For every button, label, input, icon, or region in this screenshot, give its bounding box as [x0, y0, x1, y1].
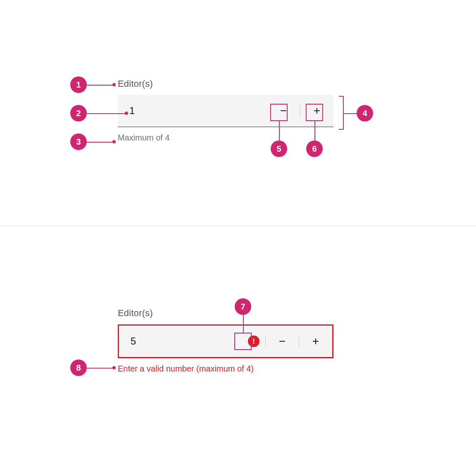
section-divider: [0, 226, 476, 226]
annotation-connector: [344, 113, 357, 114]
annotation-badge-2: 2: [70, 105, 87, 121]
annotation-bracket-cap: [339, 96, 344, 97]
annotation-endpoint: [112, 366, 116, 369]
annotation-connector: [87, 85, 112, 86]
diagram-canvas: Editor(s) 1 − + Maximum of 4 1 2 3 4 5 6…: [0, 0, 476, 476]
annotation-badge-1: 1: [70, 76, 87, 93]
number-input-value[interactable]: 1: [118, 105, 267, 117]
number-input-field[interactable]: 1 − +: [118, 95, 333, 127]
decrement-button[interactable]: −: [266, 326, 299, 357]
annotation-endpoint: [112, 140, 116, 143]
annotation-connector: [279, 121, 280, 140]
annotation-badge-3: 3: [70, 133, 87, 150]
annotation-badge-5: 5: [271, 140, 287, 157]
annotation-bracket-cap: [339, 129, 344, 130]
number-input-field-invalid[interactable]: 5 ! − +: [118, 324, 333, 358]
annotation-connector: [243, 315, 244, 333]
number-input-controls: − +: [265, 326, 332, 357]
number-input-invalid: Editor(s) 5 ! − + Enter a valid number (…: [118, 308, 333, 374]
annotation-ring-6: [306, 104, 323, 121]
annotation-endpoint: [125, 112, 128, 115]
number-input-label: Editor(s): [118, 308, 333, 319]
annotation-endpoint: [112, 83, 116, 86]
number-input-value[interactable]: 5: [119, 336, 242, 347]
annotation-ring-7: [234, 333, 252, 350]
number-input-default: Editor(s) 1 − + Maximum of 4: [118, 79, 333, 143]
annotation-badge-4: 4: [357, 105, 373, 121]
increment-button[interactable]: +: [299, 326, 332, 357]
annotation-badge-7: 7: [235, 298, 251, 315]
annotation-ring-5: [270, 104, 288, 121]
annotation-badge-6: 6: [306, 140, 323, 157]
number-input-error-message: Enter a valid number (maximum of 4): [118, 364, 333, 374]
number-input-helper: Maximum of 4: [118, 133, 333, 143]
annotation-connector: [87, 368, 112, 369]
annotation-connector: [87, 142, 112, 143]
annotation-connector: [314, 121, 315, 140]
annotation-bracket: [343, 96, 344, 130]
annotation-connector: [87, 113, 126, 114]
number-input-label: Editor(s): [118, 79, 333, 89]
annotation-badge-8: 8: [70, 359, 87, 376]
